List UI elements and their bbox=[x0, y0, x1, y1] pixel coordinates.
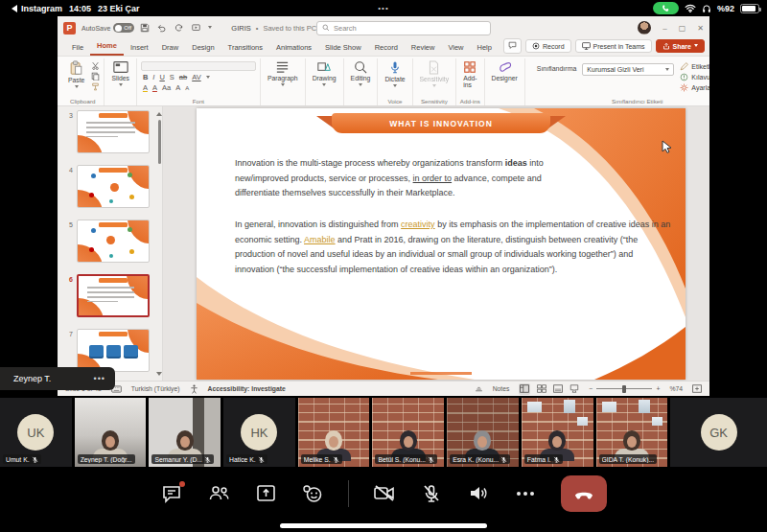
scroll-up-icon[interactable] bbox=[156, 109, 162, 116]
participant-tile[interactable]: UK Umut K. bbox=[0, 398, 72, 467]
zoom-out-button[interactable]: − bbox=[589, 385, 593, 392]
settings-button[interactable]: Ayarlar bbox=[680, 83, 709, 92]
sensitivity-button[interactable]: Sensitivity bbox=[417, 59, 453, 90]
slide-thumbnail-item[interactable]: 4 bbox=[58, 165, 156, 220]
font-name-combo[interactable] bbox=[141, 61, 256, 71]
close-button[interactable]: ✕ bbox=[697, 24, 704, 33]
text-shadow-button[interactable]: S bbox=[170, 73, 174, 81]
tab-insert[interactable]: Insert bbox=[124, 40, 155, 56]
reading-view-button[interactable] bbox=[553, 384, 563, 394]
classification-combo[interactable]: Kurumsal Gizli Veri bbox=[582, 63, 674, 76]
participant-tile[interactable]: GK bbox=[670, 398, 767, 467]
participant-tile[interactable]: HK Hatice K. bbox=[223, 398, 295, 467]
fit-to-window-icon[interactable] bbox=[692, 384, 702, 393]
camera-off-button[interactable] bbox=[373, 482, 396, 505]
tab-draw[interactable]: Draw bbox=[155, 40, 186, 56]
participant-tile[interactable]: Semanur Y. (D... bbox=[149, 398, 221, 467]
redo-icon[interactable] bbox=[174, 23, 184, 33]
customize-toolbar-icon[interactable] bbox=[208, 26, 212, 31]
slideshow-icon[interactable] bbox=[191, 23, 201, 33]
slide-thumbnail[interactable] bbox=[77, 329, 150, 372]
participant-tile[interactable]: Betül S. (Konu... bbox=[372, 398, 444, 467]
tab-view[interactable]: View bbox=[441, 40, 470, 56]
slide-paragraph-2[interactable]: In general, innovation is distinguished … bbox=[235, 218, 674, 277]
paste-button[interactable]: Paste bbox=[65, 59, 87, 91]
tab-transitions[interactable]: Transitions bbox=[221, 40, 269, 56]
share-button[interactable]: Share bbox=[656, 39, 705, 53]
mic-off-button[interactable] bbox=[420, 482, 443, 505]
slide-thumbnail[interactable] bbox=[77, 274, 150, 317]
slide-canvas[interactable]: WHAT IS INNOVATION Innovation is the mul… bbox=[197, 108, 686, 380]
participant-tile[interactable]: Zeynep T. (Doğr... bbox=[75, 398, 147, 467]
tab-help[interactable]: Help bbox=[471, 40, 499, 56]
cut-icon[interactable] bbox=[91, 61, 100, 70]
grow-font-button[interactable]: A bbox=[175, 83, 180, 92]
chat-button[interactable] bbox=[160, 482, 183, 505]
use-guide-button[interactable]: Kılavuzu Kullan bbox=[680, 73, 709, 81]
underline-button[interactable]: U bbox=[159, 73, 164, 81]
slide-thumbnail-item[interactable]: 5 bbox=[58, 220, 156, 274]
addins-button[interactable]: Add-ins bbox=[460, 59, 479, 89]
highlight-button[interactable]: A bbox=[143, 83, 148, 92]
copy-icon[interactable] bbox=[91, 72, 100, 81]
slides-button[interactable]: Slides bbox=[108, 59, 132, 89]
tab-file[interactable]: File bbox=[65, 40, 90, 56]
autosave-control[interactable]: AutoSave Off bbox=[81, 23, 134, 33]
document-title[interactable]: GIRIS • Saved to this PC bbox=[231, 24, 325, 33]
slide-thumbnail-item[interactable]: 6 bbox=[58, 274, 156, 329]
normal-view-button[interactable] bbox=[519, 383, 530, 395]
zoom-slider[interactable] bbox=[596, 388, 652, 389]
slide-thumbnail[interactable] bbox=[77, 165, 150, 208]
slide-title-banner[interactable]: WHAT IS INNOVATION bbox=[332, 113, 550, 133]
drawing-button[interactable]: Drawing bbox=[310, 59, 339, 89]
format-painter-icon[interactable] bbox=[91, 82, 100, 91]
scroll-down-icon[interactable] bbox=[156, 372, 162, 379]
slide-paragraph-1[interactable]: Innovation is the multi-stage process wh… bbox=[235, 156, 569, 201]
slide-sorter-view-button[interactable] bbox=[537, 384, 546, 394]
change-case-button[interactable]: Aa bbox=[162, 83, 171, 92]
participant-tile[interactable]: Melike S. bbox=[298, 398, 370, 467]
active-call-pill[interactable] bbox=[653, 2, 679, 14]
participants-button[interactable] bbox=[207, 482, 230, 505]
leave-call-button[interactable] bbox=[561, 475, 607, 512]
participant-tile[interactable]: GIDA T. (Konuk)... bbox=[596, 398, 668, 467]
floating-presenter-label[interactable]: Zeynep T. ••• bbox=[0, 367, 115, 390]
present-in-teams-button[interactable]: Present in Teams bbox=[575, 39, 652, 53]
creativity-link[interactable]: creativity bbox=[401, 220, 435, 229]
restore-button[interactable]: ▢ bbox=[679, 24, 686, 33]
account-avatar[interactable] bbox=[638, 21, 651, 35]
strikethrough-button[interactable]: ab bbox=[179, 73, 187, 81]
home-indicator[interactable] bbox=[280, 523, 487, 528]
slideshow-view-button[interactable] bbox=[569, 384, 579, 394]
tab-review[interactable]: Review bbox=[405, 40, 442, 56]
slide-thumbnail-item[interactable]: 3 bbox=[58, 110, 156, 165]
zoom-percent[interactable]: %74 bbox=[669, 385, 683, 392]
tab-slide-show[interactable]: Slide Show bbox=[318, 40, 368, 56]
zoom-in-button[interactable]: + bbox=[656, 385, 660, 392]
comments-button[interactable] bbox=[503, 38, 522, 54]
autosave-toggle[interactable]: Off bbox=[113, 23, 134, 33]
participant-tile[interactable]: Esra K. (Konu... bbox=[447, 398, 519, 467]
character-spacing-button[interactable]: AV bbox=[192, 73, 200, 81]
paragraph-button[interactable]: Paragraph bbox=[265, 59, 301, 89]
share-screen-button[interactable] bbox=[254, 482, 277, 505]
tab-design[interactable]: Design bbox=[185, 40, 221, 56]
tab-home[interactable]: Home bbox=[90, 38, 124, 56]
notes-toggle[interactable]: Notes bbox=[493, 385, 510, 392]
amabile-link[interactable]: Amabile bbox=[304, 235, 336, 244]
slide-thumbnail[interactable] bbox=[77, 110, 150, 153]
more-options-button[interactable] bbox=[514, 482, 537, 505]
presenter-more-icon[interactable]: ••• bbox=[94, 374, 105, 383]
tab-animations[interactable]: Animations bbox=[269, 40, 318, 56]
speaker-button[interactable] bbox=[467, 482, 490, 505]
participant-tile[interactable]: Fatma İ. bbox=[522, 398, 593, 467]
minimize-button[interactable]: – bbox=[662, 24, 666, 33]
thumbnail-scrollbar[interactable] bbox=[158, 120, 161, 164]
italic-button[interactable]: I bbox=[152, 73, 154, 81]
designer-button[interactable]: Designer bbox=[489, 59, 521, 82]
save-icon[interactable] bbox=[140, 23, 150, 33]
slide-canvas-area[interactable]: WHAT IS INNOVATION Innovation is the mul… bbox=[163, 106, 709, 381]
reactions-button[interactable] bbox=[301, 482, 324, 505]
dictate-button[interactable]: Dictate bbox=[382, 59, 407, 90]
search-input[interactable]: Search bbox=[316, 21, 491, 35]
